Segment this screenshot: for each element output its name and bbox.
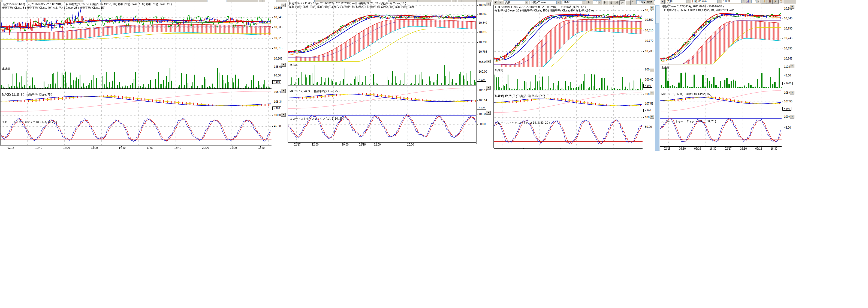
axis-tick-mark — [643, 117, 644, 118]
price-pane-dropdown-icon[interactable]: ▼ — [486, 2, 491, 6]
spinner-icon[interactable]: ◢ — [756, 0, 760, 3]
price-pane-dropdown-icon[interactable]: ▼ — [790, 5, 795, 9]
stoch-tick-label: 45.00 — [784, 126, 791, 129]
period-week-button[interactable]: 週 — [767, 0, 773, 4]
stoch-pane-dropdown-icon[interactable]: ▼ — [650, 115, 654, 119]
bar-count-field[interactable]: 1◢ — [593, 0, 601, 4]
volume-pane-dropdown-icon[interactable]: ▼ — [281, 63, 286, 66]
time-axis-label: 22:40 — [256, 146, 266, 149]
chevron-down-icon[interactable]: ▼ — [525, 1, 528, 4]
chart-menu-dropdown-icon[interactable]: ▼ — [660, 0, 664, 4]
chevron-down-icon[interactable]: ▼ — [686, 0, 690, 3]
chart-title: 日経225mini 11/03( 5分, 2011/02/15 - 2011/0… — [2, 2, 271, 6]
chart-workspace: 日経225mini 11/03( 5分, 2011/02/15 - 2011/0… — [0, 0, 868, 153]
vertical-scrollbar[interactable] — [655, 5, 659, 151]
chart-plot-area[interactable] — [1, 0, 272, 150]
macd-multiplier-box: × 100 — [272, 107, 281, 110]
chart-window-5min: 日経225mini 11/03( 5分, 2011/02/15 - 2011/0… — [0, 0, 287, 151]
stoch-pane-dropdown-icon[interactable]: ▼ — [486, 111, 491, 115]
chart-title-ma: 一目均衡表( 9, 26, 52 ) 移動平均( Close, 10 ) 移動平… — [661, 8, 783, 12]
chart-title-ma: 移動平均( Close, 5 ) 移動平均( Close, 40 ) 移動平均(… — [2, 6, 271, 9]
period-day-button[interactable]: 日 — [761, 0, 767, 4]
price-axis-line — [643, 4, 643, 150]
price-pane-dropdown-icon[interactable]: ▼ — [281, 3, 286, 7]
bars-value-field[interactable]: 50 — [654, 0, 655, 4]
macd-pane-dropdown-icon[interactable]: ▼ — [650, 91, 654, 95]
macd-pane-dropdown-icon[interactable]: ▼ — [281, 89, 286, 93]
volume-tick-label: 365.00 — [479, 60, 487, 63]
price-pane-dropdown-icon[interactable]: ▼ — [650, 6, 654, 10]
bar-type-label: 足 — [588, 0, 590, 4]
macd-pane-dropdown-icon[interactable]: ▼ — [486, 86, 491, 89]
spinner-icon[interactable]: ◢ — [598, 1, 601, 4]
axis-tick-mark — [643, 127, 644, 127]
plot-left-edge — [288, 1, 288, 142]
axis-tick-mark — [643, 41, 644, 41]
axis-tick-mark — [272, 127, 273, 127]
axis-tick-mark — [272, 48, 273, 49]
volume-pane-label: 出来高 — [661, 66, 670, 69]
chevron-down-icon[interactable]: ▼ — [556, 1, 560, 4]
volume-pane-dropdown-icon[interactable]: ▼ — [486, 59, 491, 63]
chart-menu-dropdown-icon[interactable]: ▼ — [499, 0, 503, 5]
market-select[interactable]: 先物▼ — [666, 0, 690, 3]
price-tick-label: 10,770 — [645, 39, 653, 42]
stoch-tick-label: 50.00 — [645, 125, 652, 128]
stoch-tick-label: 45.00 — [274, 125, 281, 128]
volume-pane-label: 出来高 — [289, 63, 298, 67]
symbol-select[interactable]: 日経225mini▼ — [691, 0, 721, 3]
macd-ma-params: 移動平均( Close, 75 ) — [26, 93, 52, 96]
time-axis-label: 14:40 — [118, 146, 127, 149]
chart-plot-area[interactable] — [494, 0, 643, 150]
macd-tick-label: 108.14 — [479, 99, 487, 102]
chart-plot-area[interactable] — [288, 0, 476, 150]
axis-tick-mark — [272, 67, 273, 67]
axis-tick-mark — [476, 14, 478, 15]
chart-plot-area[interactable] — [660, 0, 782, 150]
price-tick-label: 10,865 — [479, 12, 487, 16]
price-tick-label: 10,805 — [274, 57, 282, 60]
time-axis-label: 10:40 — [34, 146, 43, 149]
period-month-button[interactable]: 月 — [773, 0, 778, 4]
axis-tick-mark — [643, 10, 644, 11]
axis-tick-mark — [476, 124, 478, 124]
minute-value-field[interactable]: 30◢ — [636, 0, 646, 4]
axis-tick-mark — [782, 117, 783, 117]
time-axis-label: 02/18 — [358, 143, 367, 146]
chevron-down-icon[interactable]: ▼ — [717, 0, 721, 3]
contract-select[interactable]: 11/03▼ — [562, 0, 586, 4]
axis-tick-mark — [782, 102, 783, 102]
period-day-button[interactable]: 日 — [602, 0, 608, 5]
price-tick-label: 10,765 — [479, 50, 487, 53]
axis-tick-mark — [782, 93, 783, 93]
symbol-select[interactable]: 日経225mini▼ — [530, 0, 560, 4]
time-axis-label: 02/18 — [754, 147, 763, 150]
chevron-down-icon[interactable]: ▼ — [741, 0, 745, 3]
price-tick-label: 10,845 — [274, 16, 282, 19]
bar-count-field[interactable]: 1◢ — [751, 0, 760, 3]
volume-pane-dropdown-icon[interactable]: ▼ — [790, 64, 795, 68]
macd-params: MACD( 12, 26, 9 ) — [661, 92, 683, 95]
market-select[interactable]: 先物▼ — [504, 0, 529, 4]
time-axis-label: 02/17 — [723, 147, 733, 150]
spinner-icon[interactable]: ◢ — [643, 1, 646, 4]
window-restore-icon[interactable]: ◤ — [494, 0, 498, 5]
chart-title-ma: 移動平均( Close, 150 ) 移動平均( Close, 20 ) 移動平… — [289, 5, 477, 9]
price-tick-label: 10,850 — [645, 18, 653, 21]
scrollbar-thumb[interactable] — [655, 6, 659, 24]
period-minute-button[interactable]: 分 — [778, 0, 784, 4]
macd-pane-dropdown-icon[interactable]: ▼ — [790, 91, 795, 94]
time-axis-label: 20:00 — [340, 143, 350, 146]
contract-select[interactable]: 11/03▼ — [722, 0, 745, 3]
period-tick-button[interactable]: T — [625, 0, 630, 5]
period-week-button[interactable]: 週 — [608, 0, 614, 5]
price-tick-label: 10,810 — [645, 29, 653, 32]
volume-pane-dropdown-icon[interactable]: ▼ — [650, 68, 654, 72]
chart-toolbar: ◤ ▼ 先物▼ 日経225mini▼ 11/03▼ 足 1◢ 日 週 月 分 T… — [493, 0, 655, 5]
stoch-pane-dropdown-icon[interactable]: ▼ — [281, 113, 286, 117]
macd-params: MACD( 12, 26, 9 ) — [495, 95, 517, 98]
period-minute-button[interactable]: 分 — [620, 0, 625, 5]
period-month-button[interactable]: 月 — [614, 0, 620, 5]
chevron-down-icon[interactable]: ▼ — [582, 1, 586, 4]
stoch-pane-dropdown-icon[interactable]: ▼ — [790, 115, 795, 118]
